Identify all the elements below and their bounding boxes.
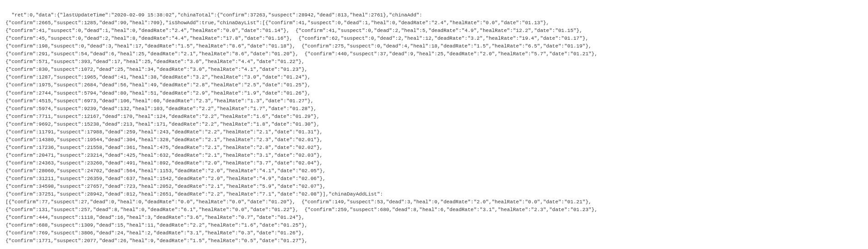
json-data-block: "ret":0,"data":{"lastUpdateTime":"2020-0… [0,0,868,249]
json-content: "ret":0,"data":{"lastUpdateTime":"2020-0… [5,12,598,244]
